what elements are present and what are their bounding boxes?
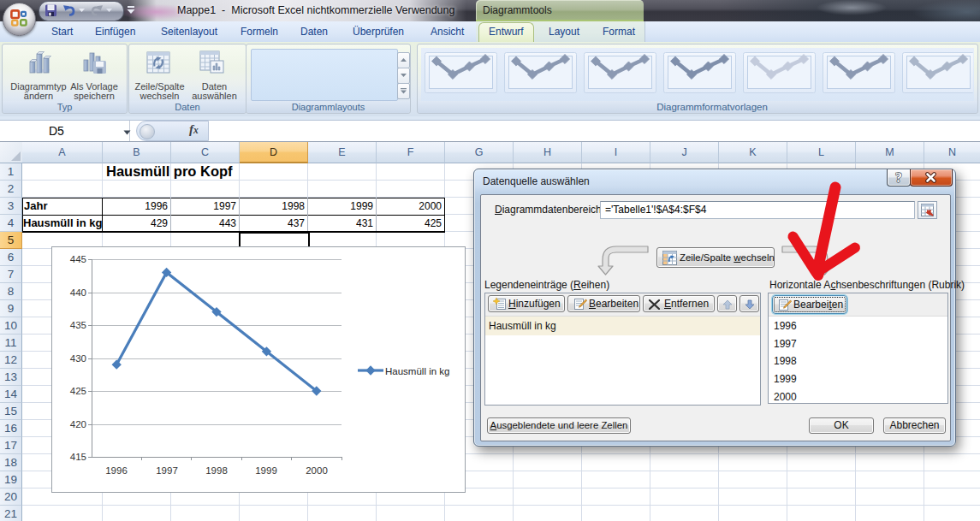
svg-text:1999: 1999 <box>255 465 277 476</box>
svg-text:440: 440 <box>70 287 86 298</box>
svg-text:1997: 1997 <box>156 465 178 476</box>
svg-text:445: 445 <box>70 254 86 264</box>
svg-text:Hausmüll in kg: Hausmüll in kg <box>385 366 449 376</box>
svg-text:420: 420 <box>70 419 86 429</box>
svg-text:435: 435 <box>70 320 86 330</box>
svg-text:2000: 2000 <box>306 465 328 476</box>
svg-text:425: 425 <box>70 386 86 396</box>
svg-text:430: 430 <box>70 353 86 364</box>
svg-text:415: 415 <box>70 452 86 462</box>
svg-text:?: ? <box>895 170 902 184</box>
svg-text:1998: 1998 <box>205 465 228 476</box>
svg-text:1996: 1996 <box>105 465 128 476</box>
